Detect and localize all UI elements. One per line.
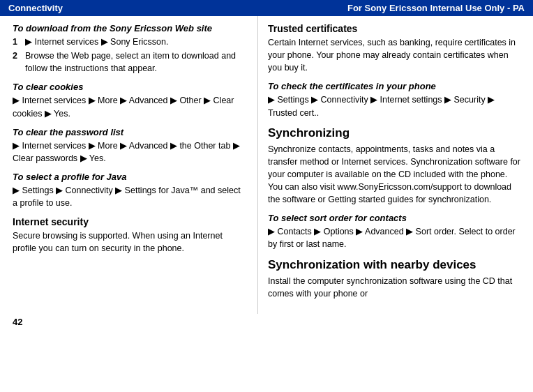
left-column: To download from the Sony Ericsson Web s…	[0, 16, 258, 314]
section-title-trusted-certificates: Trusted certificates	[268, 23, 523, 34]
step-number: 1	[13, 36, 22, 48]
section-internet-security: Internet securitySecure browsing is supp…	[13, 216, 248, 255]
section-body-java-profile: ▶ Settings ▶ Connectivity ▶ Settings for…	[13, 184, 248, 209]
section-check-certificates: To check the certificates in your phone▶…	[268, 81, 523, 119]
section-clear-password: To clear the password list▶ Internet ser…	[13, 127, 248, 165]
section-title-sort-contacts: To select sort order for contacts	[268, 213, 523, 223]
section-title-java-profile: To select a profile for Java	[13, 172, 248, 182]
header-right: For Sony Ericsson Internal Use Only - PA	[347, 3, 525, 13]
section-body-sync-nearby: Install the computer synchronization sof…	[268, 275, 523, 300]
section-clear-cookies: To clear cookies▶ Internet services ▶ Mo…	[13, 82, 248, 119]
step-text: ▶ Internet services ▶ Sony Ericsson.	[25, 36, 169, 48]
step-item: 2Browse the Web page, select an item to …	[13, 50, 248, 75]
step-item: 1▶ Internet services ▶ Sony Ericsson.	[13, 36, 248, 48]
section-body-synchronizing: Synchronize contacts, appointments, task…	[268, 143, 523, 206]
page-number: 42	[0, 314, 533, 327]
section-title-synchronizing: Synchronizing	[268, 126, 523, 140]
step-list-download-web: 1▶ Internet services ▶ Sony Ericsson.2Br…	[13, 36, 248, 75]
section-body-internet-security: Secure browsing is supported. When using…	[13, 229, 248, 255]
step-number: 2	[13, 50, 22, 62]
section-java-profile: To select a profile for Java▶ Settings ▶…	[13, 172, 248, 209]
section-sync-nearby: Synchronization with nearby devicesInsta…	[268, 258, 523, 300]
step-text: Browse the Web page, select an item to d…	[25, 50, 248, 75]
main-content: To download from the Sony Ericsson Web s…	[0, 16, 533, 314]
section-body-trusted-certificates: Certain Internet services, such as banki…	[268, 36, 523, 74]
header: Connectivity For Sony Ericsson Internal …	[0, 0, 533, 16]
section-body-clear-password: ▶ Internet services ▶ More ▶ Advanced ▶ …	[13, 140, 248, 165]
section-title-sync-nearby: Synchronization with nearby devices	[268, 258, 523, 272]
section-title-download-web: To download from the Sony Ericsson Web s…	[13, 23, 248, 33]
section-trusted-certificates: Trusted certificatesCertain Internet ser…	[268, 23, 523, 74]
right-column: Trusted certificatesCertain Internet ser…	[258, 16, 533, 314]
section-body-sort-contacts: ▶ Contacts ▶ Options ▶ Advanced ▶ Sort o…	[268, 225, 523, 250]
section-title-clear-cookies: To clear cookies	[13, 82, 248, 92]
section-title-clear-password: To clear the password list	[13, 127, 248, 137]
section-sort-contacts: To select sort order for contacts▶ Conta…	[268, 213, 523, 250]
section-title-internet-security: Internet security	[13, 216, 248, 227]
section-title-check-certificates: To check the certificates in your phone	[268, 81, 523, 91]
section-synchronizing: SynchronizingSynchronize contacts, appoi…	[268, 126, 523, 206]
section-body-check-certificates: ▶ Settings ▶ Connectivity ▶ Internet set…	[268, 93, 523, 119]
section-download-web: To download from the Sony Ericsson Web s…	[13, 23, 248, 75]
header-left: Connectivity	[8, 3, 63, 13]
section-body-clear-cookies: ▶ Internet services ▶ More ▶ Advanced ▶ …	[13, 94, 248, 119]
